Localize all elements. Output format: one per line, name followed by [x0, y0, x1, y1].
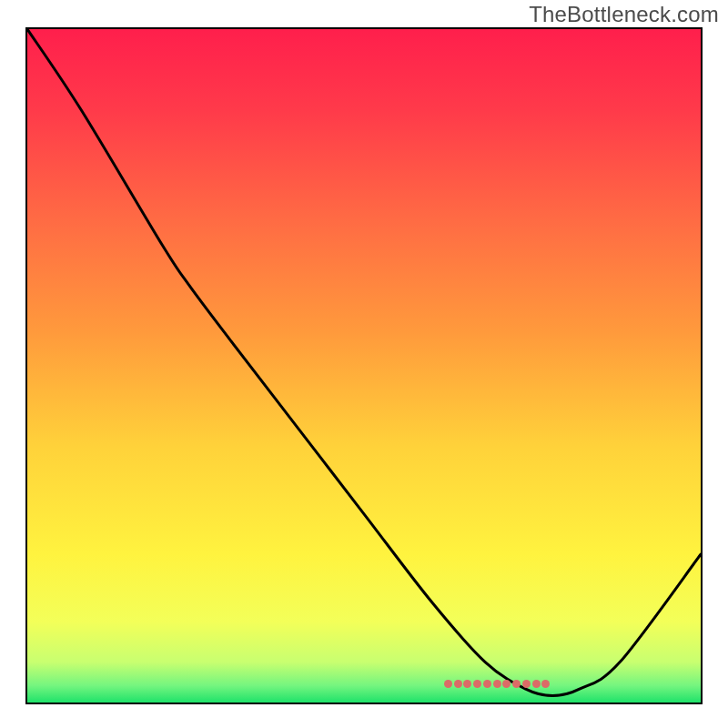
highlight-marker-dot	[532, 680, 541, 688]
highlight-marker-dot	[522, 680, 531, 688]
highlight-marker-dot	[493, 680, 501, 688]
highlight-marker-dot	[444, 680, 452, 688]
attribution-label: TheBottleneck.com	[529, 2, 719, 27]
highlight-marker-dot	[483, 680, 491, 688]
chart-frame: TheBottleneck.com	[0, 0, 728, 728]
highlight-marker-dot	[512, 680, 521, 688]
chart-line	[27, 29, 701, 703]
highlight-marker-dot	[463, 680, 471, 688]
plot-area	[25, 27, 703, 704]
highlight-marker-band	[449, 680, 546, 687]
highlight-marker-dot	[502, 680, 511, 688]
highlight-marker-dot	[473, 680, 481, 688]
highlight-marker-dot	[454, 680, 462, 688]
